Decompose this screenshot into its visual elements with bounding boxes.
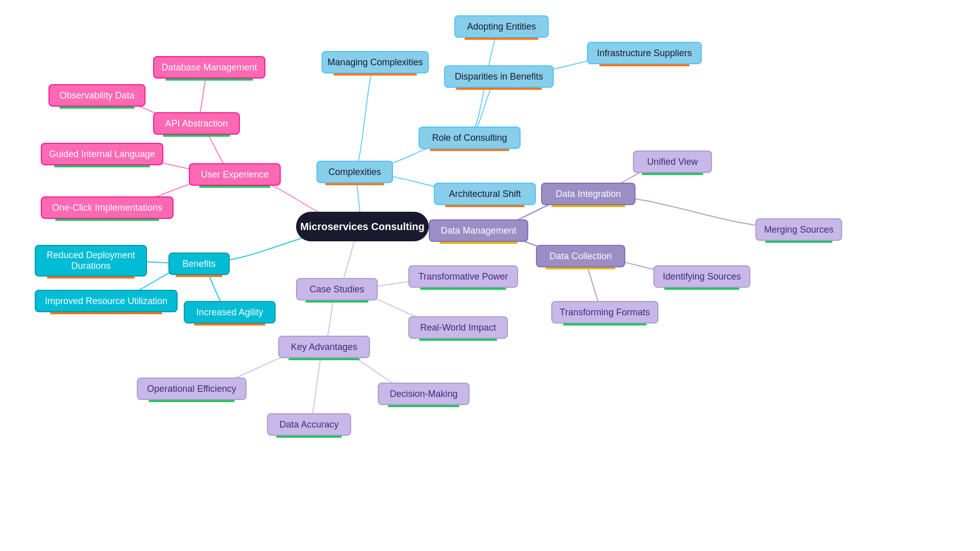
node-decisionMaking[interactable]: Decision-Making [378,383,470,405]
node-transformativePower[interactable]: Transformative Power [408,265,518,288]
node-caseStudies[interactable]: Case Studies [296,278,378,300]
node-oneClickImplementations[interactable]: One-Click Implementations [41,196,174,219]
node-realWorldImpact[interactable]: Real-World Impact [408,316,508,339]
node-complexities[interactable]: Complexities [316,161,393,183]
node-improvedResource[interactable]: Improved Resource Utilization [35,290,178,312]
node-infrastructureSuppliers[interactable]: Infrastructure Suppliers [587,42,702,64]
node-transformingFormats[interactable]: Transforming Formats [551,301,658,323]
node-keyAdvantages[interactable]: Key Advantages [278,336,370,358]
node-disparitiesInBenefits[interactable]: Disparities in Benefits [444,65,554,88]
node-roleOfConsulting[interactable]: Role of Consulting [419,127,521,149]
node-benefits[interactable]: Benefits [168,253,230,275]
node-adoptingEntities[interactable]: Adopting Entities [454,15,549,38]
node-architecturalShift[interactable]: Architectural Shift [434,183,536,205]
node-dataCollection[interactable]: Data Collection [536,245,625,267]
node-identifyingSources[interactable]: Identifying Sources [653,265,750,288]
node-databaseManagement[interactable]: Database Management [153,56,265,79]
node-managingComplexities[interactable]: Managing Complexities [322,51,429,73]
node-dataManagement[interactable]: Data Management [429,219,528,242]
node-unifiedView[interactable]: Unified View [633,151,712,173]
node-apiAbstraction[interactable]: API Abstraction [153,112,240,135]
node-guidedInternalLanguage[interactable]: Guided Internal Language [41,143,163,165]
node-center[interactable]: Microservices Consulting [296,212,429,241]
node-dataAccuracy[interactable]: Data Accuracy [267,413,351,436]
node-operationalEfficiency[interactable]: Operational Efficiency [137,378,247,400]
node-mergingSources[interactable]: Merging Sources [755,218,842,241]
node-reducedDeployment[interactable]: Reduced Deployment Durations [35,245,147,277]
node-userExperience[interactable]: User Experience [189,163,281,186]
node-observabilityData[interactable]: Observability Data [48,84,145,107]
node-increasedAgility[interactable]: Increased Agility [184,301,276,323]
node-dataIntegration[interactable]: Data Integration [541,183,635,205]
